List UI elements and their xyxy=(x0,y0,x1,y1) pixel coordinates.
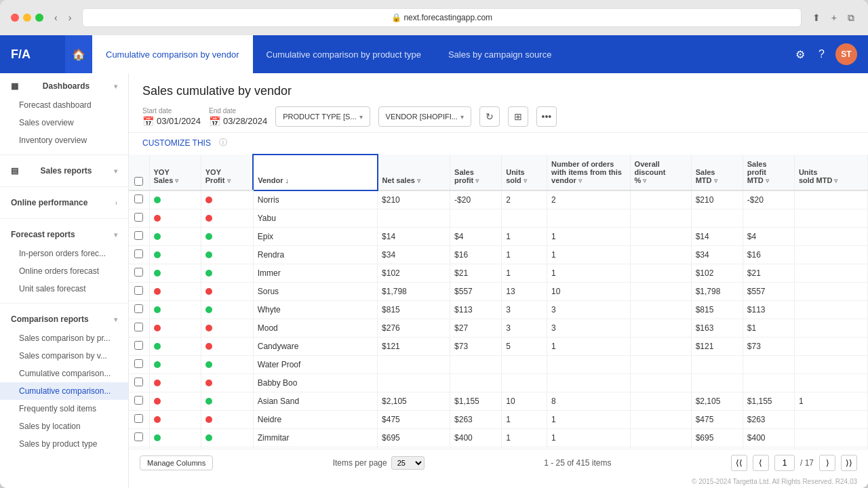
sidebar-item-sales-overview[interactable]: Sales overview xyxy=(0,114,128,131)
close-button[interactable] xyxy=(11,14,19,22)
row-checkbox-cell[interactable] xyxy=(129,392,149,411)
prev-page-button[interactable]: ⟨ xyxy=(753,455,769,471)
row-checkbox[interactable] xyxy=(134,323,143,331)
grid-view-button[interactable]: ⊞ xyxy=(508,106,528,127)
address-bar[interactable]: 🔒 next.forecastingapp.com xyxy=(82,8,801,27)
sidebar-sales-reports-header[interactable]: ▤ Sales reports ▾ xyxy=(0,161,128,181)
table-row: Sorus $1,798 $557 13 10 $1,798 $557 xyxy=(129,283,868,301)
header-checkbox[interactable] xyxy=(129,155,149,190)
col-sales-mtd[interactable]: SalesMTD ▿ xyxy=(691,155,743,190)
row-checkbox[interactable] xyxy=(134,432,143,441)
end-date-value[interactable]: 03/28/2024 xyxy=(223,116,267,126)
row-checkbox-cell[interactable] xyxy=(129,319,149,338)
tabs-button[interactable]: ⧉ xyxy=(845,11,857,25)
sidebar-forecast-reports-header[interactable]: Forecast reports ▾ xyxy=(0,224,128,245)
app-header: F/A 🏠 Cumulative comparison by vendor Cu… xyxy=(0,35,868,73)
row-checkbox[interactable] xyxy=(134,213,143,222)
new-tab-button[interactable]: + xyxy=(829,11,840,24)
sidebar-item-sales-comp-vendor[interactable]: Sales comparison by v... xyxy=(0,347,128,365)
col-yoy-sales[interactable]: YOYSales ▿ xyxy=(149,155,201,190)
vendor-cell: Epix xyxy=(253,228,377,246)
col-overall-discount[interactable]: Overalldiscount% ▿ xyxy=(630,155,691,190)
per-page-select[interactable]: 25 50 100 xyxy=(391,456,425,470)
minimize-button[interactable] xyxy=(23,14,31,22)
col-sales-profit[interactable]: Salesprofit ▿ xyxy=(450,155,502,190)
sidebar-item-inventory-overview[interactable]: Inventory overview xyxy=(0,131,128,149)
row-checkbox[interactable] xyxy=(134,286,143,295)
maximize-button[interactable] xyxy=(35,14,43,22)
col-sales-profit-mtd[interactable]: SalesprofitMTD ▿ xyxy=(743,155,794,190)
start-date-value[interactable]: 03/01/2024 xyxy=(157,116,201,126)
col-units-sold-mtd[interactable]: Unitssold MTD ▿ xyxy=(794,155,867,190)
sidebar-item-cumulative-comp-1[interactable]: Cumulative comparison... xyxy=(0,365,128,382)
row-checkbox-cell[interactable] xyxy=(129,228,149,246)
sidebar-item-sales-by-location[interactable]: Sales by location xyxy=(0,418,128,435)
customize-link[interactable]: CUSTOMIZE THIS xyxy=(142,138,211,148)
row-checkbox[interactable] xyxy=(134,341,143,350)
tab-cumulative-vendor[interactable]: Cumulative comparison by vendor xyxy=(92,35,253,73)
next-page-button[interactable]: ⟩ xyxy=(819,455,835,471)
sidebar-item-sales-by-product-type[interactable]: Sales by product type xyxy=(0,435,128,453)
back-button[interactable]: ‹ xyxy=(52,11,60,24)
sidebar-comparison-reports-header[interactable]: Comparison reports ▾ xyxy=(0,309,128,329)
sidebar-item-frequently-sold[interactable]: Frequently sold items xyxy=(0,400,128,418)
settings-icon[interactable]: ⚙ xyxy=(793,45,808,64)
row-checkbox-cell[interactable] xyxy=(129,374,149,392)
row-checkbox[interactable] xyxy=(134,249,143,258)
row-checkbox[interactable] xyxy=(134,396,143,405)
tab-cumulative-product[interactable]: Cumulative comparison by product type xyxy=(253,35,435,73)
sidebar-item-sales-comp-product[interactable]: Sales comparison by pr... xyxy=(0,329,128,347)
sidebar-online-performance-header[interactable]: Online performance › xyxy=(0,192,128,213)
help-icon[interactable]: ? xyxy=(816,45,827,63)
yoy-sales-cell xyxy=(149,356,201,374)
home-button[interactable]: 🏠 xyxy=(65,35,92,73)
page-input[interactable] xyxy=(774,455,795,471)
product-type-filter[interactable]: PRODUCT TYPE [S... ▾ xyxy=(275,106,370,127)
col-units-sold[interactable]: Unitssold ▿ xyxy=(502,155,547,190)
row-checkbox[interactable] xyxy=(134,378,143,386)
col-yoy-profit[interactable]: YOYProfit ▿ xyxy=(201,155,253,190)
row-checkbox-cell[interactable] xyxy=(129,246,149,264)
yoy-sales-dot xyxy=(154,398,161,405)
row-checkbox-cell[interactable] xyxy=(129,411,149,429)
table-row: Immer $102 $21 1 1 $102 $21 xyxy=(129,264,868,283)
net-sales-cell: $815 xyxy=(378,301,450,319)
sidebar-item-in-person-orders[interactable]: In-person orders forec... xyxy=(0,245,128,262)
forward-button[interactable]: › xyxy=(66,11,75,24)
first-page-button[interactable]: ⟨⟨ xyxy=(731,455,747,471)
row-checkbox[interactable] xyxy=(134,268,143,277)
vendor-cell: Candyware xyxy=(253,338,377,356)
col-net-sales[interactable]: Net sales ▿ xyxy=(378,155,450,190)
more-options-button[interactable]: ••• xyxy=(536,106,557,127)
refresh-button[interactable]: ↻ xyxy=(479,106,500,127)
col-num-orders[interactable]: Number of orders with items from this ve… xyxy=(547,155,631,190)
browser-title-bar: ‹ › 🔒 next.forecastingapp.com ⬆ + ⧉ xyxy=(0,0,868,35)
select-all-checkbox[interactable] xyxy=(134,177,143,186)
avatar[interactable]: ST xyxy=(835,43,857,65)
last-page-button[interactable]: ⟩⟩ xyxy=(841,455,857,471)
manage-columns-button[interactable]: Manage Columns xyxy=(140,455,213,470)
row-checkbox-cell[interactable] xyxy=(129,338,149,356)
row-checkbox[interactable] xyxy=(134,195,143,203)
sidebar-dashboards-header[interactable]: ▦ Dashboards ▾ xyxy=(0,76,128,96)
row-checkbox-cell[interactable] xyxy=(129,209,149,228)
sidebar-item-online-orders[interactable]: Online orders forecast xyxy=(0,262,128,280)
row-checkbox-cell[interactable] xyxy=(129,429,149,447)
col-vendor[interactable]: Vendor ↓ xyxy=(253,155,377,190)
sidebar-item-cumulative-comp-2[interactable]: Cumulative comparison... xyxy=(0,382,128,400)
row-checkbox[interactable] xyxy=(134,414,143,423)
row-checkbox[interactable] xyxy=(134,304,143,313)
sidebar-item-unit-sales[interactable]: Unit sales forecast xyxy=(0,280,128,298)
row-checkbox-cell[interactable] xyxy=(129,356,149,374)
vendor-filter[interactable]: VENDOR [SHOPIFI... ▾ xyxy=(378,106,471,127)
tab-sales-campaign[interactable]: Sales by campaign source xyxy=(435,35,565,73)
row-checkbox[interactable] xyxy=(134,231,143,240)
row-checkbox-cell[interactable] xyxy=(129,301,149,319)
row-checkbox[interactable] xyxy=(134,359,143,368)
table-container[interactable]: YOYSales ▿ YOYProfit ▿ Vendor ↓ Net sale… xyxy=(129,154,868,449)
sidebar-item-forecast-dashboard[interactable]: Forecast dashboard xyxy=(0,96,128,114)
row-checkbox-cell[interactable] xyxy=(129,283,149,301)
row-checkbox-cell[interactable] xyxy=(129,264,149,283)
share-button[interactable]: ⬆ xyxy=(810,11,823,24)
row-checkbox-cell[interactable] xyxy=(129,190,149,209)
